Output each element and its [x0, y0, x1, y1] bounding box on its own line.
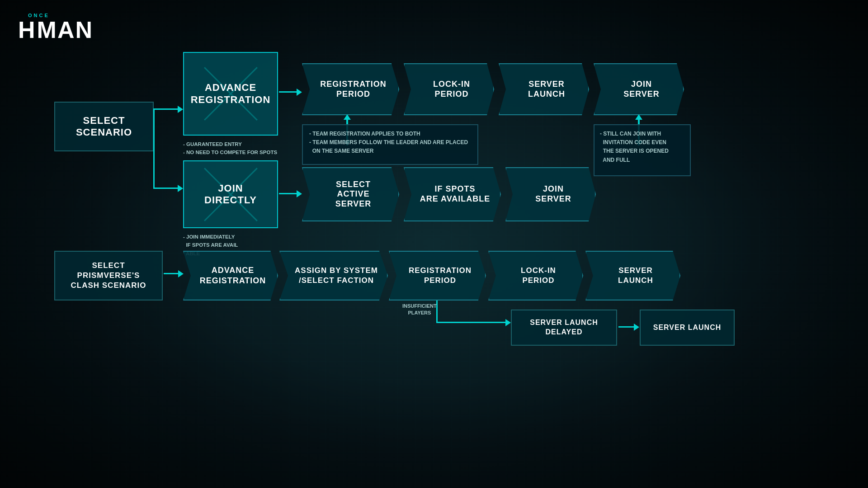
team-info-box: - TEAM REGISTRATION APPLIES TO BOTH - TE… — [302, 124, 478, 165]
lower-server-launch-box: SERVER LAUNCH — [585, 251, 680, 300]
select-scenario-label: SELECT SCENARIO — [76, 115, 132, 139]
lock-in-box: LOCK-IN PERIOD — [404, 63, 494, 115]
advance-reg-label: ADVANCE REGISTRATION — [191, 82, 271, 106]
insufficient-players-note: INSUFFICIENT PLAYERS — [402, 303, 437, 317]
assign-faction-box: ASSIGN BY SYSTEM /SELECT FACTION — [279, 251, 388, 300]
advance-reg-box: ADVANCE REGISTRATION — [183, 52, 278, 136]
reg-period-label: REGISTRATION PERIOD — [320, 80, 387, 99]
arrow-tip-2 — [297, 190, 302, 197]
server-launch-2-box: SERVER LAUNCH — [640, 310, 735, 346]
join-directly-label: JOIN DIRECTLY — [204, 183, 257, 206]
join-server-label-1: JOIN SERVER — [623, 80, 660, 99]
lower-lock-in-label: LOCK-IN PERIOD — [521, 266, 556, 286]
branch-h-bottom — [153, 188, 180, 189]
l-branch-h — [436, 322, 509, 323]
l-branch-arrow — [505, 319, 511, 326]
lower-reg-period-label: REGISTRATION PERIOD — [409, 266, 472, 286]
select-prismverse-box: SELECT PRISMVERSE'S CLASH SCENARIO — [54, 251, 163, 300]
arrow-to-join — [178, 185, 183, 192]
join-server-label-2: JOIN SERVER — [535, 184, 571, 204]
if-spots-label: IF SPOTS ARE AVAILABLE — [420, 184, 491, 204]
lock-in-label: LOCK-IN PERIOD — [433, 80, 470, 99]
assign-faction-label: ASSIGN BY SYSTEM /SELECT FACTION — [295, 266, 378, 286]
lower-server-launch-label: SERVER LAUNCH — [618, 266, 653, 286]
lower-reg-period-box: REGISTRATION PERIOD — [389, 251, 486, 300]
content: ONCE H MAN SELECT SCENARIO ADVANCE REGIS… — [0, 0, 868, 488]
arrow-delayed-tip — [634, 324, 639, 331]
dbl-arrow-up — [344, 114, 351, 120]
server-launch-2-label: SERVER LAUNCH — [653, 323, 722, 333]
branch-h-top — [153, 108, 180, 110]
advance-reg-notes: - GUARANTEED ENTRY - NO NEED TO COMPETE … — [183, 140, 278, 157]
lower-advance-reg-box: ADVANCE REGISTRATION — [183, 251, 278, 300]
server-launch-delayed-label: SERVER LAUNCH DELAYED — [512, 318, 616, 337]
select-active-server-box: SELECT ACTIVE SERVER — [302, 167, 399, 221]
select-prismverse-label: SELECT PRISMVERSE'S CLASH SCENARIO — [71, 261, 146, 291]
arrow-lower-tip-1 — [178, 270, 184, 277]
select-scenario-box: SELECT SCENARIO — [54, 102, 154, 151]
server-launch-label-1: SERVER LAUNCH — [528, 80, 565, 99]
join-server-box-1: JOIN SERVER — [594, 63, 684, 115]
dbl-arrow-up-right — [635, 114, 642, 120]
server-launch-delayed-box: SERVER LAUNCH DELAYED — [511, 310, 617, 346]
upper-diagram: SELECT SCENARIO ADVANCE REGISTRATION - G… — [27, 25, 841, 255]
lower-diagram: SELECT PRISMVERSE'S CLASH SCENARIO ADVAN… — [27, 242, 841, 341]
arrow-tip-1 — [297, 89, 302, 96]
server-launch-box-1: SERVER LAUNCH — [499, 63, 589, 115]
branch-v-line — [153, 108, 155, 188]
arrow-to-advreg — [178, 106, 183, 113]
lower-advance-reg-label: ADVANCE REGISTRATION — [200, 265, 266, 286]
join-server-box-2: JOIN SERVER — [505, 167, 596, 221]
select-active-server-label: SELECT ACTIVE SERVER — [335, 180, 372, 209]
lower-lock-in-box: LOCK-IN PERIOD — [488, 251, 583, 300]
invitation-info-box: - STILL CAN JOIN WITH INVITATION CODE EV… — [594, 124, 691, 176]
reg-period-box: REGISTRATION PERIOD — [302, 63, 399, 115]
join-directly-box: JOIN DIRECTLY — [183, 160, 278, 228]
if-spots-box: IF SPOTS ARE AVAILABLE — [404, 167, 501, 221]
